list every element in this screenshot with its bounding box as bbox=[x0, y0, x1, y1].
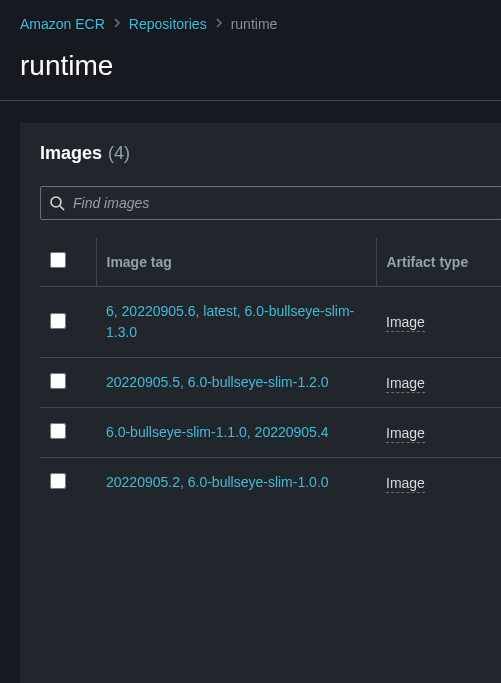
artifact-type: Image bbox=[386, 314, 425, 332]
search-container[interactable] bbox=[40, 186, 501, 220]
search-input[interactable] bbox=[73, 195, 493, 211]
breadcrumb: Amazon ECR Repositories runtime bbox=[20, 16, 501, 32]
column-header-type[interactable]: Artifact type bbox=[376, 238, 501, 287]
panel-header: Images (4) bbox=[40, 143, 501, 164]
panel-count: (4) bbox=[108, 143, 130, 164]
svg-line-1 bbox=[60, 206, 64, 210]
table-row: 6.0-bullseye-slim-1.1.0, 20220905.4 Imag… bbox=[40, 408, 501, 458]
artifact-type: Image bbox=[386, 425, 425, 443]
divider bbox=[0, 100, 501, 101]
image-tag-link[interactable]: 20220905.2, 6.0-bullseye-slim-1.0.0 bbox=[106, 474, 329, 490]
table-row: 20220905.5, 6.0-bullseye-slim-1.2.0 Imag… bbox=[40, 358, 501, 408]
row-checkbox[interactable] bbox=[50, 313, 66, 329]
image-tag-link[interactable]: 6, 20220905.6, latest, 6.0-bullseye-slim… bbox=[106, 303, 354, 340]
select-all-header bbox=[40, 238, 96, 287]
column-header-tag[interactable]: Image tag bbox=[96, 238, 376, 287]
panel-title: Images bbox=[40, 143, 102, 164]
page-title: runtime bbox=[20, 50, 501, 82]
row-checkbox[interactable] bbox=[50, 473, 66, 489]
chevron-right-icon bbox=[215, 16, 223, 32]
breadcrumb-current: runtime bbox=[231, 16, 278, 32]
select-all-checkbox[interactable] bbox=[50, 252, 66, 268]
breadcrumb-root[interactable]: Amazon ECR bbox=[20, 16, 105, 32]
image-tag-link[interactable]: 6.0-bullseye-slim-1.1.0, 20220905.4 bbox=[106, 424, 329, 440]
row-checkbox[interactable] bbox=[50, 373, 66, 389]
row-checkbox[interactable] bbox=[50, 423, 66, 439]
search-icon bbox=[49, 195, 65, 211]
breadcrumb-repositories[interactable]: Repositories bbox=[129, 16, 207, 32]
artifact-type: Image bbox=[386, 375, 425, 393]
table-row: 6, 20220905.6, latest, 6.0-bullseye-slim… bbox=[40, 287, 501, 358]
svg-point-0 bbox=[51, 197, 61, 207]
table-row: 20220905.2, 6.0-bullseye-slim-1.0.0 Imag… bbox=[40, 458, 501, 508]
images-table: Image tag Artifact type 6, 20220905.6, l… bbox=[40, 238, 501, 507]
image-tag-link[interactable]: 20220905.5, 6.0-bullseye-slim-1.2.0 bbox=[106, 374, 329, 390]
chevron-right-icon bbox=[113, 16, 121, 32]
artifact-type: Image bbox=[386, 475, 425, 493]
images-panel: Images (4) Image tag bbox=[20, 123, 501, 683]
